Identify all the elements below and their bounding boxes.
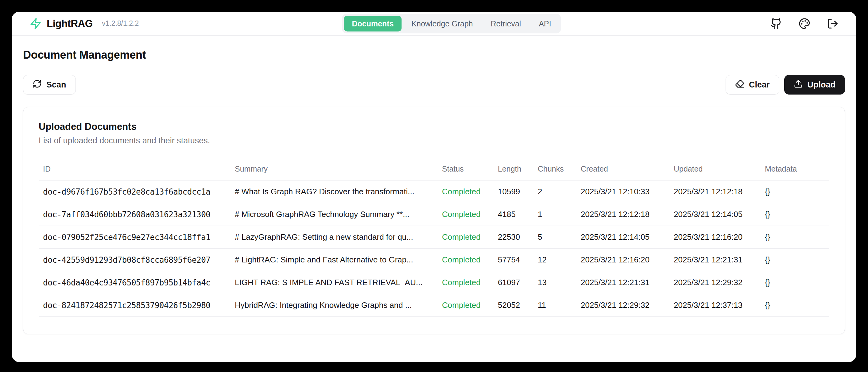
- tab-retrieval[interactable]: Retrieval: [483, 16, 529, 31]
- table-row[interactable]: doc-8241872482571c25853790426f5b2980 Hyb…: [39, 294, 829, 317]
- refresh-icon: [33, 79, 42, 91]
- doc-status-badge: Completed: [438, 181, 494, 203]
- doc-updated-cell: 2025/3/21 12:16:20: [670, 226, 761, 249]
- uploaded-documents-card: Uploaded Documents List of uploaded docu…: [23, 107, 845, 334]
- column-header-length: Length: [494, 160, 533, 181]
- doc-chunks-cell: 2: [533, 181, 577, 203]
- doc-status-badge: Completed: [438, 271, 494, 294]
- doc-status-badge: Completed: [438, 226, 494, 249]
- upload-icon: [794, 79, 803, 91]
- doc-metadata-cell: {}: [761, 181, 829, 203]
- doc-metadata-cell: {}: [761, 294, 829, 317]
- doc-status-badge: Completed: [438, 249, 494, 271]
- column-header-summary: Summary: [230, 160, 438, 181]
- doc-updated-cell: 2025/3/21 12:14:05: [670, 203, 761, 226]
- scan-button-label: Scan: [46, 80, 66, 90]
- app-name: LightRAG: [46, 18, 93, 29]
- doc-length-cell: 22530: [494, 226, 533, 249]
- doc-updated-cell: 2025/3/21 12:21:31: [670, 249, 761, 271]
- documents-table-body: doc-d9676f167b53fc02e8ca13f6abcdcc1a # W…: [39, 181, 829, 317]
- column-header-id: ID: [39, 160, 230, 181]
- doc-id-cell: doc-7aff034d60bbb72608a031623a321300: [39, 203, 230, 226]
- column-header-chunks: Chunks: [533, 160, 577, 181]
- doc-created-cell: 2025/3/21 12:14:05: [577, 226, 670, 249]
- doc-chunks-cell: 13: [533, 271, 577, 294]
- doc-id-cell: doc-079052f25ce476c9e27ec344cc18ffa1: [39, 226, 230, 249]
- doc-summary-cell: # LazyGraphRAG: Setting a new standard f…: [230, 226, 438, 249]
- table-row[interactable]: doc-46da40e4c93476505f897b95b14bfa4c LIG…: [39, 271, 829, 294]
- main-content: Document Management Scan: [12, 49, 856, 334]
- doc-status-badge: Completed: [438, 203, 494, 226]
- logout-icon[interactable]: [827, 18, 839, 29]
- lightning-bolt-icon: [29, 18, 42, 30]
- doc-chunks-cell: 11: [533, 294, 577, 317]
- doc-updated-cell: 2025/3/21 12:29:32: [670, 271, 761, 294]
- doc-metadata-cell: {}: [761, 271, 829, 294]
- github-icon[interactable]: [770, 18, 782, 29]
- doc-created-cell: 2025/3/21 12:16:20: [577, 249, 670, 271]
- doc-created-cell: 2025/3/21 12:12:18: [577, 203, 670, 226]
- topbar-actions: [770, 18, 839, 29]
- page-title: Document Management: [23, 49, 845, 61]
- scan-button[interactable]: Scan: [23, 75, 76, 95]
- doc-id-cell: doc-8241872482571c25853790426f5b2980: [39, 294, 230, 317]
- clear-button[interactable]: Clear: [725, 75, 779, 95]
- toolbar: Scan Clear: [23, 75, 845, 95]
- app-window: LightRAG v1.2.8/1.2.2 DocumentsKnowledge…: [12, 12, 856, 362]
- documents-table-header: ID Summary Status Length Chunks Created …: [39, 160, 829, 181]
- topbar: LightRAG v1.2.8/1.2.2 DocumentsKnowledge…: [12, 12, 856, 36]
- doc-metadata-cell: {}: [761, 226, 829, 249]
- app-version: v1.2.8/1.2.2: [102, 19, 139, 28]
- table-row[interactable]: doc-d9676f167b53fc02e8ca13f6abcdcc1a # W…: [39, 181, 829, 203]
- doc-summary-cell: LIGHT RAG: S IMPLE AND FAST RETRIEVAL -A…: [230, 271, 438, 294]
- clear-button-label: Clear: [749, 80, 770, 90]
- table-row[interactable]: doc-42559d91293d7b08cf8cca6895f6e207 # L…: [39, 249, 829, 271]
- table-row[interactable]: doc-079052f25ce476c9e27ec344cc18ffa1 # L…: [39, 226, 829, 249]
- tab-documents[interactable]: Documents: [344, 16, 401, 31]
- doc-id-cell: doc-d9676f167b53fc02e8ca13f6abcdcc1a: [39, 181, 230, 203]
- doc-summary-cell: # What Is Graph RAG? Discover the transf…: [230, 181, 438, 203]
- doc-chunks-cell: 1: [533, 203, 577, 226]
- doc-created-cell: 2025/3/21 12:21:31: [577, 271, 670, 294]
- brand: LightRAG v1.2.8/1.2.2: [29, 18, 139, 30]
- doc-length-cell: 61097: [494, 271, 533, 294]
- column-header-status: Status: [438, 160, 494, 181]
- doc-updated-cell: 2025/3/21 12:37:13: [670, 294, 761, 317]
- card-subtitle: List of uploaded documents and their sta…: [39, 136, 829, 146]
- doc-created-cell: 2025/3/21 12:10:33: [577, 181, 670, 203]
- table-row[interactable]: doc-7aff034d60bbb72608a031623a321300 # M…: [39, 203, 829, 226]
- doc-created-cell: 2025/3/21 12:29:32: [577, 294, 670, 317]
- doc-length-cell: 4185: [494, 203, 533, 226]
- column-header-created: Created: [577, 160, 670, 181]
- eraser-icon: [735, 79, 744, 91]
- doc-length-cell: 52052: [494, 294, 533, 317]
- doc-status-badge: Completed: [438, 294, 494, 317]
- doc-length-cell: 10599: [494, 181, 533, 203]
- doc-chunks-cell: 12: [533, 249, 577, 271]
- doc-id-cell: doc-46da40e4c93476505f897b95b14bfa4c: [39, 271, 230, 294]
- doc-length-cell: 57754: [494, 249, 533, 271]
- card-title: Uploaded Documents: [39, 121, 829, 132]
- doc-id-cell: doc-42559d91293d7b08cf8cca6895f6e207: [39, 249, 230, 271]
- doc-metadata-cell: {}: [761, 249, 829, 271]
- doc-summary-cell: HybridRAG: Integrating Knowledge Graphs …: [230, 294, 438, 317]
- column-header-metadata: Metadata: [761, 160, 829, 181]
- tab-api[interactable]: API: [531, 16, 559, 31]
- upload-button-label: Upload: [808, 80, 836, 90]
- documents-table: ID Summary Status Length Chunks Created …: [39, 160, 829, 317]
- doc-chunks-cell: 5: [533, 226, 577, 249]
- palette-icon[interactable]: [799, 18, 810, 29]
- column-header-updated: Updated: [670, 160, 761, 181]
- doc-updated-cell: 2025/3/21 12:12:18: [670, 181, 761, 203]
- tab-knowledge-graph[interactable]: Knowledge Graph: [404, 16, 481, 31]
- main-nav-tabs: DocumentsKnowledge GraphRetrievalAPI: [342, 14, 561, 33]
- doc-metadata-cell: {}: [761, 203, 829, 226]
- upload-button[interactable]: Upload: [784, 75, 845, 95]
- doc-summary-cell: # LightRAG: Simple and Fast Alternative …: [230, 249, 438, 271]
- doc-summary-cell: # Microsoft GraphRAG Technology Summary …: [230, 203, 438, 226]
